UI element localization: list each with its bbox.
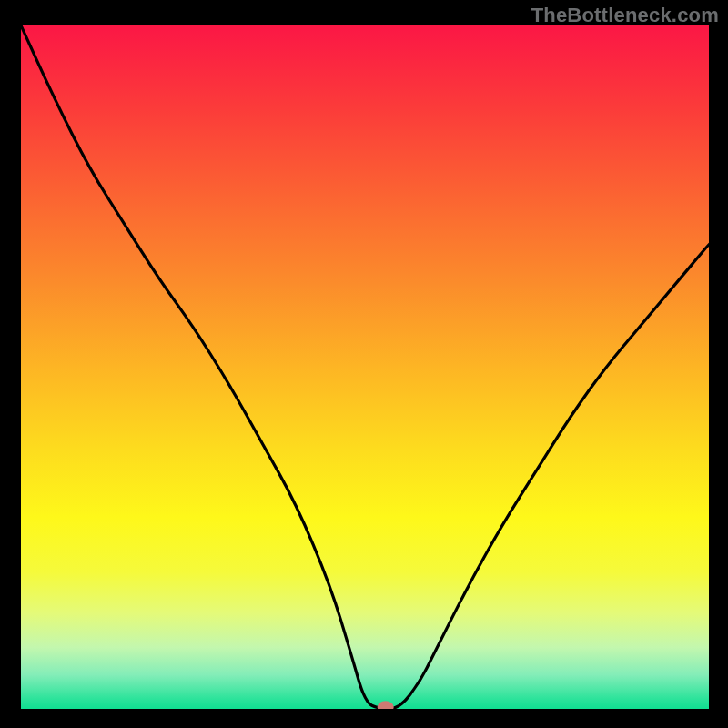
chart-svg — [21, 25, 709, 709]
plot-area — [21, 25, 709, 709]
chart-container: TheBottleneck.com — [0, 0, 728, 728]
watermark-text: TheBottleneck.com — [531, 4, 719, 27]
